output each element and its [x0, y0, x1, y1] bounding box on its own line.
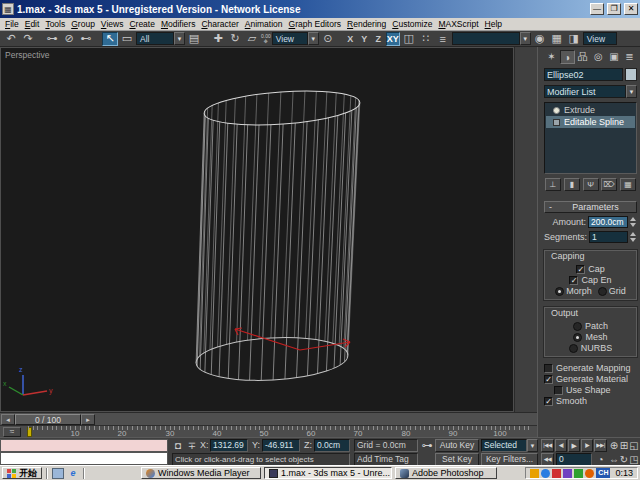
tab-hierarchy-icon[interactable]: 品 — [575, 50, 590, 64]
zoom-icon[interactable]: ⊕ — [609, 439, 619, 452]
tray-icon[interactable] — [552, 469, 561, 478]
redo-icon[interactable]: ↷ — [20, 32, 36, 46]
tray-icon[interactable] — [541, 469, 550, 478]
chevron-down-icon[interactable]: ▼ — [527, 439, 538, 452]
menu-file[interactable]: File — [2, 19, 22, 29]
use-pivot-icon[interactable]: ⊙ — [320, 32, 336, 46]
select-rotate-icon[interactable]: ↻ — [227, 32, 243, 46]
track-bar[interactable]: ≈ 10 20 30 40 50 60 70 80 90 100 — [0, 425, 537, 437]
snap-percent-toggle[interactable]: 0.00 ⌖ — [261, 34, 271, 44]
viewport-label[interactable]: Perspective — [5, 50, 49, 60]
use-shape-checkbox[interactable] — [554, 386, 563, 395]
play-animation-icon[interactable]: ▶ — [568, 439, 580, 452]
cap-end-checkbox[interactable]: ✓ — [569, 276, 578, 285]
task-windows-media-player[interactable]: Windows Media Player — [141, 467, 261, 479]
chevron-down-icon[interactable]: ▼ — [520, 32, 531, 45]
chevron-down-icon[interactable]: ▼ — [626, 85, 637, 98]
close-button[interactable]: ✕ — [624, 3, 638, 15]
object-color-swatch[interactable] — [625, 68, 637, 81]
x-coordinate-field[interactable]: 1312.69 — [210, 439, 248, 452]
menu-graph-editors[interactable]: Graph Editors — [286, 19, 344, 29]
named-selection-dropdown[interactable]: ▼ — [452, 32, 531, 45]
auto-key-button[interactable]: Auto Key — [435, 439, 479, 452]
zoom-all-icon[interactable]: ⊞ — [619, 439, 629, 452]
select-by-name-icon[interactable]: ▤ — [186, 32, 202, 46]
menu-character[interactable]: Character — [198, 19, 241, 29]
render-scene-icon[interactable]: ▦ — [549, 32, 565, 46]
tray-icon[interactable] — [530, 469, 539, 478]
segments-field[interactable]: 1 — [589, 231, 628, 243]
minimize-button[interactable]: — — [590, 3, 604, 15]
reference-coordinate-dropdown[interactable]: View ▼ — [272, 32, 319, 45]
restrict-x-button[interactable]: X — [344, 32, 357, 46]
segments-spinner[interactable] — [630, 232, 637, 242]
grid-radio[interactable] — [598, 287, 607, 296]
show-end-result-icon[interactable]: ▮ — [564, 178, 580, 191]
task-adobe-photoshop[interactable]: Adobe Photoshop — [395, 467, 497, 479]
previous-frame-icon[interactable]: ◀| — [555, 439, 567, 452]
render-view-dropdown[interactable]: View — [583, 32, 617, 45]
restrict-xy-button[interactable]: XY — [386, 32, 400, 46]
parameters-rollout-header[interactable]: - Parameters — [544, 201, 637, 213]
amount-field[interactable]: 200.0cm — [588, 216, 628, 228]
macro-recorder-pane[interactable] — [0, 439, 168, 452]
configure-modifier-icon[interactable]: ▦ — [620, 178, 636, 191]
select-move-icon[interactable]: ✚ — [210, 32, 226, 46]
selection-region-icon[interactable]: ▭ — [119, 32, 135, 46]
tab-create-icon[interactable]: ✶ — [544, 50, 559, 64]
patch-radio[interactable] — [573, 322, 582, 331]
reference-coordinate-value[interactable]: View — [272, 32, 308, 45]
make-unique-icon[interactable]: Ψ — [583, 178, 599, 191]
menu-customize[interactable]: Customize — [389, 19, 435, 29]
menu-modifiers[interactable]: Modifiers — [158, 19, 199, 29]
chevron-down-icon[interactable]: ▼ — [174, 32, 185, 45]
menu-views[interactable]: Views — [98, 19, 127, 29]
language-indicator[interactable]: CH — [596, 468, 610, 478]
selection-filter-dropdown[interactable]: All ▼ — [136, 32, 185, 45]
menu-animation[interactable]: Animation — [242, 19, 286, 29]
goto-end-icon[interactable]: ▶▶| — [594, 439, 607, 452]
select-scale-icon[interactable]: ▱ — [244, 32, 260, 46]
align-icon[interactable]: ≡ — [435, 32, 451, 46]
time-slider-handle[interactable]: 0 / 100 — [15, 414, 81, 425]
absolute-offset-toggle-icon[interactable]: ∓ — [186, 439, 198, 452]
bind-spacewarp-icon[interactable]: ⊷ — [78, 32, 94, 46]
maxscript-listener-input[interactable] — [0, 452, 168, 465]
menu-rendering[interactable]: Rendering — [344, 19, 389, 29]
start-button[interactable]: 开始 — [2, 467, 42, 479]
nurbs-radio[interactable] — [569, 344, 578, 353]
menu-tools[interactable]: Tools — [42, 19, 68, 29]
select-link-icon[interactable]: ⊶ — [44, 32, 60, 46]
set-keys-key-icon[interactable]: ⊶ — [421, 439, 433, 452]
stack-item-editable-spline[interactable]: Editable Spline — [546, 116, 635, 128]
cap-start-checkbox[interactable]: ✓ — [576, 265, 585, 274]
previous-frame-arrow-icon[interactable]: ◄ — [1, 414, 15, 425]
modifier-list-dropdown[interactable]: Modifier List — [544, 85, 626, 98]
menu-edit[interactable]: Edit — [22, 19, 43, 29]
generate-mapping-checkbox[interactable] — [544, 364, 553, 373]
next-frame-arrow-icon[interactable]: ► — [81, 414, 95, 425]
remove-modifier-icon[interactable]: ⌦ — [601, 178, 617, 191]
tab-modify-icon[interactable]: ◑ — [560, 50, 575, 64]
goto-start-icon[interactable]: |◀◀ — [541, 439, 554, 452]
unlink-icon[interactable]: ⊘ — [61, 32, 77, 46]
amount-spinner[interactable] — [630, 217, 637, 227]
key-filter-dropdown[interactable]: Selected — [481, 439, 527, 452]
perspective-viewport[interactable]: xyz Perspective — [0, 47, 514, 412]
material-editor-icon[interactable]: ◉ — [532, 32, 548, 46]
restrict-y-button[interactable]: Y — [358, 32, 371, 46]
mesh-radio[interactable] — [573, 333, 582, 342]
quick-render-icon[interactable]: ◨ — [566, 32, 582, 46]
select-object-icon[interactable]: ↖ — [102, 32, 118, 46]
array-icon[interactable]: ∷ — [418, 32, 434, 46]
tab-utilities-icon[interactable]: ≣ — [622, 50, 637, 64]
zoom-extents-icon[interactable]: ◱ — [629, 439, 639, 452]
mini-curve-editor-icon[interactable]: ≈ — [3, 427, 21, 437]
chevron-down-icon[interactable]: ▼ — [308, 32, 319, 45]
menu-group[interactable]: Group — [68, 19, 98, 29]
tray-icon[interactable] — [563, 469, 572, 478]
menu-maxscript[interactable]: MAXScript — [435, 19, 481, 29]
z-coordinate-field[interactable]: 0.0cm — [314, 439, 350, 452]
tray-icon[interactable] — [585, 469, 594, 478]
selection-filter-value[interactable]: All — [136, 32, 174, 45]
